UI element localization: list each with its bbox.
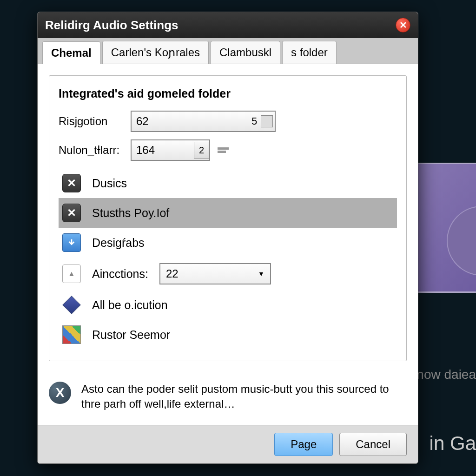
grid-icon (62, 325, 81, 344)
risjgotion-stepper[interactable] (261, 115, 273, 127)
background-text: now daiea (416, 367, 476, 382)
diamond-icon (62, 296, 81, 314)
titlebar: Relidirg Audio Settings ✕ (38, 12, 418, 38)
equalizer-icon (218, 147, 229, 153)
list-item-label: Rustor Seemor (92, 328, 170, 342)
download-icon (62, 233, 81, 252)
nulon-aux-button[interactable]: 2 (194, 142, 209, 159)
settings-group: Integrated's aid gomeled folder Risjgoti… (49, 75, 407, 361)
list-item-aincctions: ▲ Aincctions: 22 ▼ (59, 258, 397, 290)
info-x-icon: X (49, 382, 71, 404)
risjgotion-label: Risjgotion (59, 115, 131, 128)
tab-chemal[interactable]: Chemal (42, 41, 100, 64)
list-item-label: Desigŕabs (92, 236, 145, 250)
button-bar: Page Cancel (38, 425, 418, 463)
chevron-down-icon: ▼ (258, 270, 264, 278)
tab-carlens[interactable]: Carlen's Koɲrales (102, 41, 209, 64)
list-item-stusths[interactable]: ✕ Stusths Poy.Iof (59, 198, 397, 228)
nulon-field[interactable]: 2 (131, 139, 210, 161)
nulon-row: Nulon_tƚlarr: 2 (59, 139, 397, 161)
risjgotion-input[interactable] (132, 113, 248, 130)
aincctions-combo[interactable]: 22 ▼ (159, 263, 271, 284)
tab-strip: Chemal Carlen's Koɲrales Clambuskl s fol… (38, 38, 418, 64)
cancel-button[interactable]: Cancel (339, 433, 407, 456)
list-item-rustor[interactable]: Rustor Seemor (59, 320, 397, 350)
close-button[interactable]: ✕ (396, 18, 410, 33)
tab-panel: Integrated's aid gomeled folder Risjgoti… (38, 64, 418, 372)
nulon-input[interactable] (132, 142, 192, 159)
background-text-2: in Ga (430, 432, 476, 455)
info-row: X Asto can the poder selit pustom music-… (38, 372, 418, 425)
page-button[interactable]: Page (274, 433, 333, 456)
list-item-label: Aincctions: (92, 267, 148, 281)
info-text: Asto can the poder selit pustom music-bu… (81, 382, 407, 412)
list-item-label: Stusths Poy.Iof (92, 206, 169, 220)
x-icon: ✕ (62, 204, 81, 222)
tab-clambuskl[interactable]: Clambuskl (211, 41, 280, 64)
list-item-allbe[interactable]: All be o.icution (59, 290, 397, 320)
list-item-label: All be o.icution (92, 298, 168, 312)
risjgotion-aux: 5 (248, 115, 261, 127)
list-item-desigrabs[interactable]: Desigŕabs (59, 228, 397, 258)
tab-sfolder[interactable]: s folder (282, 41, 337, 64)
risjgotion-row: Risjgotion 5 (59, 111, 397, 132)
window-title: Relidirg Audio Settings (45, 18, 178, 33)
options-list: ✕ Dusics ✕ Stusths Poy.Iof Desigŕabs ▲ A… (59, 168, 397, 350)
settings-dialog: Relidirg Audio Settings ✕ Chemal Carlen'… (37, 12, 418, 464)
nulon-label: Nulon_tƚlarr: (59, 144, 131, 157)
x-icon: ✕ (62, 174, 81, 192)
list-item-dusics[interactable]: ✕ Dusics (59, 168, 397, 198)
list-item-label: Dusics (92, 177, 127, 190)
combo-value: 22 (166, 267, 178, 280)
group-title: Integrated's aid gomeled folder (59, 87, 397, 100)
risjgotion-field[interactable]: 5 (131, 111, 276, 132)
close-icon: ✕ (399, 20, 407, 31)
eject-icon: ▲ (62, 264, 81, 283)
